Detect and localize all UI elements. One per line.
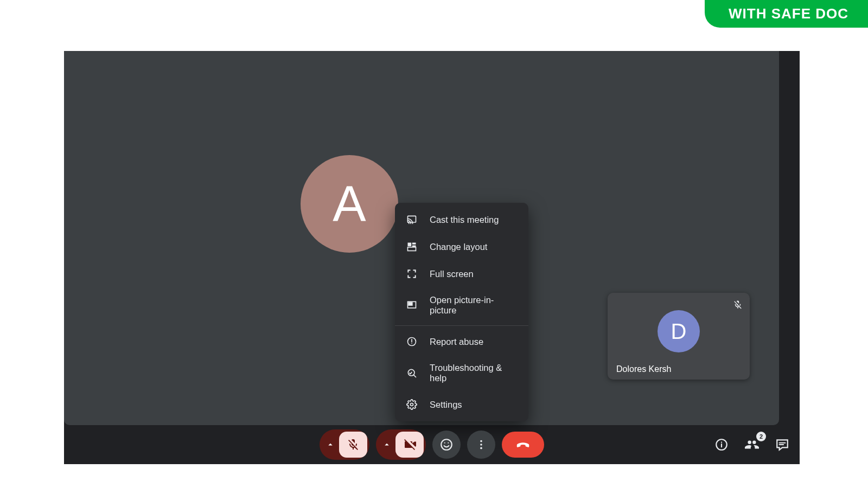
- meet-window: A D Dolores Kersh Cast this meeting Chan…: [64, 51, 800, 464]
- menu-item-label: Settings: [430, 400, 462, 410]
- menu-item-label: Cast this meeting: [430, 215, 499, 225]
- svg-rect-2: [412, 243, 416, 245]
- more-options-button[interactable]: [467, 431, 495, 459]
- menu-item-label: Full screen: [430, 269, 474, 279]
- menu-item-pip[interactable]: Open picture-in-picture: [395, 287, 528, 323]
- menu-item-label: Change layout: [430, 242, 487, 252]
- participants-button[interactable]: 2: [743, 436, 761, 453]
- participants-count-badge: 2: [756, 432, 766, 441]
- hangup-button[interactable]: [502, 432, 544, 458]
- more-options-menu: Cast this meeting Change layout Full scr…: [395, 203, 528, 421]
- svg-rect-4: [408, 247, 416, 251]
- menu-item-fullscreen[interactable]: Full screen: [395, 260, 528, 287]
- main-participant-avatar: A: [301, 155, 398, 253]
- troubleshoot-icon: [406, 367, 418, 379]
- menu-item-label: Report abuse: [430, 337, 483, 347]
- chat-button[interactable]: [774, 436, 791, 453]
- camera-control-group: [376, 429, 426, 460]
- pip-icon: [406, 299, 418, 311]
- menu-item-label: Troubleshooting & help: [430, 363, 518, 383]
- report-icon: [406, 336, 418, 348]
- cast-icon: [406, 214, 418, 226]
- menu-item-settings[interactable]: Settings: [395, 391, 528, 418]
- menu-item-troubleshoot[interactable]: Troubleshooting & help: [395, 355, 528, 391]
- gear-icon: [406, 399, 418, 410]
- svg-point-13: [480, 447, 482, 450]
- menu-item-report[interactable]: Report abuse: [395, 328, 528, 355]
- self-view-tile[interactable]: D Dolores Kersh: [608, 293, 750, 380]
- camera-toggle-button[interactable]: [395, 432, 424, 458]
- svg-rect-6: [409, 303, 412, 305]
- mic-options-button[interactable]: [322, 432, 339, 458]
- right-toolbar: 2: [713, 425, 791, 464]
- svg-point-11: [480, 440, 482, 442]
- menu-divider: [395, 325, 528, 326]
- menu-item-layout[interactable]: Change layout: [395, 233, 528, 260]
- mic-control-group: [320, 429, 369, 460]
- svg-point-9: [411, 403, 413, 406]
- self-avatar: D: [658, 310, 700, 352]
- svg-point-10: [441, 439, 452, 450]
- video-stage: A D Dolores Kersh Cast this meeting Chan…: [64, 51, 779, 425]
- menu-item-label: Open picture-in-picture: [430, 295, 518, 316]
- svg-rect-1: [408, 243, 412, 247]
- fullscreen-icon: [406, 268, 418, 280]
- safe-doc-badge: WITH SAFE DOC: [705, 0, 868, 28]
- camera-options-button[interactable]: [378, 432, 395, 458]
- mic-muted-icon: [730, 297, 745, 312]
- svg-point-12: [480, 444, 482, 446]
- reactions-button[interactable]: [432, 431, 461, 459]
- mic-toggle-button[interactable]: [339, 432, 367, 458]
- meeting-details-button[interactable]: [713, 436, 730, 453]
- layout-icon: [406, 241, 418, 253]
- call-toolbar: [64, 425, 800, 464]
- self-name-label: Dolores Kersh: [616, 364, 671, 374]
- menu-item-cast[interactable]: Cast this meeting: [395, 206, 528, 233]
